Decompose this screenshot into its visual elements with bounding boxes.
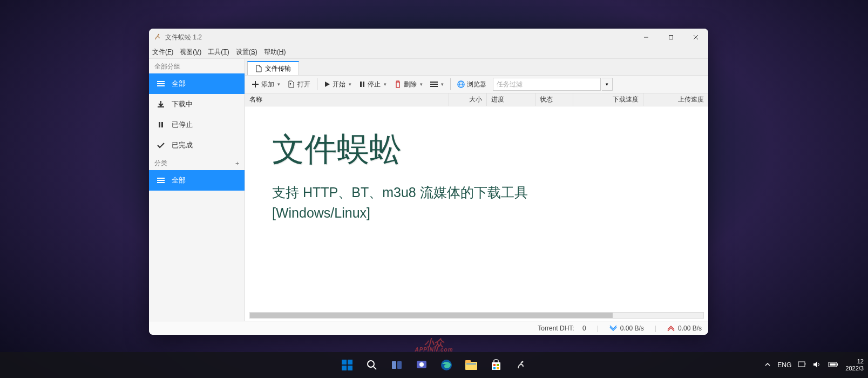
check-icon xyxy=(157,142,165,148)
language-indicator[interactable]: ENG xyxy=(777,361,791,369)
chat-button[interactable] xyxy=(411,354,432,376)
status-dht: Torrent DHT: 0 xyxy=(538,325,586,332)
sidebar-item-stopped[interactable]: 已停止 xyxy=(149,114,245,135)
col-down-speed[interactable]: 下载速度 xyxy=(573,93,643,106)
sidebar-item-downloading[interactable]: 下载中 xyxy=(149,94,245,114)
svg-rect-25 xyxy=(342,366,347,370)
minimize-button[interactable] xyxy=(634,29,659,46)
svg-rect-41 xyxy=(497,367,499,369)
svg-point-42 xyxy=(522,361,524,363)
browser-button[interactable]: 浏览器 xyxy=(454,78,490,91)
horizontal-scrollbar[interactable] xyxy=(249,312,704,319)
start-button[interactable]: 开始▾ xyxy=(321,78,355,91)
download-icon xyxy=(157,100,165,108)
network-icon[interactable] xyxy=(798,361,806,370)
svg-rect-37 xyxy=(492,362,500,370)
explorer-button[interactable] xyxy=(460,354,482,376)
menu-tools[interactable]: 工具(T) xyxy=(208,48,229,57)
menu-bar: 文件(F) 视图(V) 工具(T) 设置(S) 帮助(H) xyxy=(149,46,708,59)
sidebar-heading-groups: 全部分组 xyxy=(149,59,245,73)
svg-rect-40 xyxy=(493,367,496,369)
taskview-button[interactable] xyxy=(386,354,408,376)
promo-subtitle: 支持 HTTP、BT、m3u8 流媒体的下载工具 [Windows/Linux] xyxy=(272,183,681,223)
promo-title: 文件蜈蚣 xyxy=(272,128,681,172)
sidebar-item-label: 下载中 xyxy=(172,99,193,109)
col-status[interactable]: 状态 xyxy=(535,93,573,106)
sidebar-heading-categories: 分类+ xyxy=(149,156,245,170)
svg-rect-43 xyxy=(798,362,805,367)
list-menu-button[interactable]: ▾ xyxy=(427,79,447,90)
add-category-button[interactable]: + xyxy=(235,160,239,167)
svg-rect-16 xyxy=(363,82,364,87)
sidebar: 全部分组 全部 下载中 已停止 已完成 分类+ 全部 xyxy=(149,59,245,321)
col-size[interactable]: 大小 xyxy=(449,93,487,106)
svg-rect-2 xyxy=(669,36,673,39)
tab-file-transfer[interactable]: 文件传输 xyxy=(247,61,299,75)
stop-button[interactable]: 停止▾ xyxy=(356,78,390,91)
svg-point-27 xyxy=(368,361,374,367)
sidebar-item-label: 全部 xyxy=(172,79,186,89)
start-button[interactable] xyxy=(336,354,358,376)
sidebar-category-all[interactable]: 全部 xyxy=(149,170,245,191)
window-title: 文件蜈蚣 1.2 xyxy=(165,33,634,42)
status-download-speed: 0.00 B/s xyxy=(609,325,644,332)
app-window: 文件蜈蚣 1.2 文件(F) 视图(V) 工具(T) 设置(S) 帮助(H) 全… xyxy=(149,29,708,335)
hamburger-icon xyxy=(157,80,165,87)
pause-icon xyxy=(157,122,165,128)
svg-rect-30 xyxy=(397,361,402,369)
table-header: 名称 大小 进度 状态 下载速度 上传速度 xyxy=(245,93,708,106)
status-bar: Torrent DHT: 0 | 0.00 B/s | 0.00 B/s xyxy=(149,321,708,335)
menu-file[interactable]: 文件(F) xyxy=(152,48,173,57)
sidebar-item-label: 全部 xyxy=(172,176,186,185)
sidebar-item-label: 已完成 xyxy=(172,140,193,150)
svg-rect-38 xyxy=(493,364,496,366)
add-button[interactable]: 添加▾ xyxy=(248,78,283,91)
col-up-speed[interactable]: 上传速度 xyxy=(643,93,708,106)
svg-rect-47 xyxy=(830,363,836,366)
svg-rect-9 xyxy=(161,122,163,127)
filter-dropdown[interactable]: ▾ xyxy=(602,78,613,91)
hamburger-icon xyxy=(157,177,165,184)
battery-icon[interactable] xyxy=(828,361,839,369)
menu-settings[interactable]: 设置(S) xyxy=(236,48,257,57)
taskbar: ENG 12 2022/3 xyxy=(0,352,868,378)
filter-input[interactable]: 任务过滤 xyxy=(493,78,601,91)
delete-button[interactable]: 删除▾ xyxy=(391,78,426,91)
col-name[interactable]: 名称 xyxy=(245,93,449,106)
app-icon xyxy=(153,33,162,42)
sidebar-item-completed[interactable]: 已完成 xyxy=(149,135,245,156)
volume-icon[interactable] xyxy=(813,361,822,370)
open-button[interactable]: 打开 xyxy=(284,78,314,91)
edge-button[interactable] xyxy=(436,354,457,376)
svg-rect-39 xyxy=(497,364,499,366)
window-controls xyxy=(634,29,708,46)
svg-rect-15 xyxy=(360,82,362,87)
file-icon xyxy=(255,65,262,72)
sidebar-item-label: 已停止 xyxy=(172,120,193,130)
close-button[interactable] xyxy=(683,29,708,46)
svg-line-28 xyxy=(374,367,376,369)
clock[interactable]: 12 2022/3 xyxy=(845,358,864,372)
content-area: 文件蜈蚣 支持 HTTP、BT、m3u8 流媒体的下载工具 [Windows/L… xyxy=(245,106,708,321)
search-button[interactable] xyxy=(361,354,383,376)
sidebar-item-all[interactable]: 全部 xyxy=(149,73,245,94)
store-button[interactable] xyxy=(485,354,507,376)
svg-rect-46 xyxy=(837,363,838,366)
svg-rect-26 xyxy=(348,366,352,370)
svg-rect-29 xyxy=(392,361,396,369)
main-area: 文件传输 添加▾ 打开 开始▾ 停止▾ 删除▾ ▾ 浏览器 任务过滤 ▾ 名称 … xyxy=(245,59,708,321)
title-bar: 文件蜈蚣 1.2 xyxy=(149,29,708,46)
app-taskbar-icon[interactable] xyxy=(510,354,532,376)
status-upload-speed: 0.00 B/s xyxy=(667,325,702,332)
svg-rect-34 xyxy=(465,362,477,370)
svg-point-0 xyxy=(158,34,159,35)
menu-help[interactable]: 帮助(H) xyxy=(264,48,286,57)
menu-view[interactable]: 视图(V) xyxy=(180,48,201,57)
svg-rect-8 xyxy=(159,122,160,127)
svg-rect-35 xyxy=(465,360,471,363)
svg-rect-24 xyxy=(348,360,352,364)
maximize-button[interactable] xyxy=(659,29,683,46)
col-progress[interactable]: 进度 xyxy=(487,93,535,106)
svg-point-32 xyxy=(419,362,424,367)
tray-chevron-icon[interactable] xyxy=(764,361,771,369)
